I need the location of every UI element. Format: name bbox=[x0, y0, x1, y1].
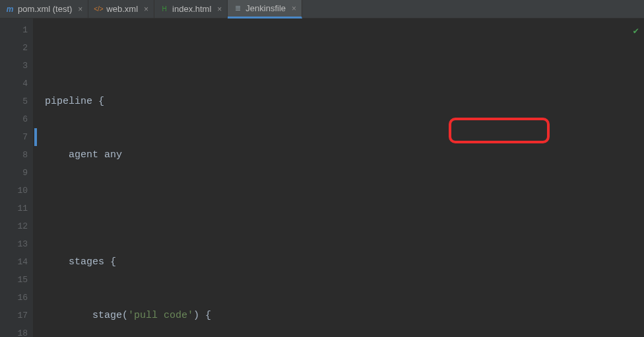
html-icon: H bbox=[160, 5, 169, 14]
tab-bar: m pom.xml (test) × </> web.xml × H index… bbox=[0, 0, 644, 19]
line-number: 13 bbox=[0, 235, 28, 253]
code-line: stage('pull code') { bbox=[45, 307, 644, 324]
line-number: 11 bbox=[0, 200, 28, 217]
tab-pom[interactable]: m pom.xml (test) × bbox=[0, 0, 88, 18]
line-number: 17 bbox=[0, 307, 28, 324]
editor: 1 2 3 4 5 6 7 8 9 10 11 12 13 14 15 16 1… bbox=[0, 19, 644, 337]
line-number: 7 bbox=[0, 128, 28, 146]
code-area[interactable]: ✔ pipeline { agent any stages { stage('p… bbox=[33, 19, 644, 337]
line-number: 18 bbox=[0, 324, 28, 337]
code-line bbox=[45, 200, 644, 217]
code-line: pipeline { bbox=[45, 93, 644, 110]
tab-jenkinsfile[interactable]: ≣ Jenkinsfile × bbox=[228, 0, 302, 19]
line-number: 2 bbox=[0, 39, 28, 57]
line-number: 9 bbox=[0, 164, 28, 182]
line-number: 15 bbox=[0, 271, 28, 289]
check-icon: ✔ bbox=[633, 22, 639, 40]
line-number: 5 bbox=[0, 93, 28, 110]
line-number: 16 bbox=[0, 289, 28, 307]
tab-label: Jenkinsfile bbox=[245, 3, 286, 13]
line-number: 1 bbox=[0, 21, 28, 39]
line-number: 6 bbox=[0, 110, 28, 128]
close-icon[interactable]: × bbox=[292, 4, 296, 13]
tab-label: index.html bbox=[172, 4, 211, 14]
file-icon: ≣ bbox=[233, 4, 242, 13]
line-number: 12 bbox=[0, 217, 28, 235]
tab-label: pom.xml (test) bbox=[18, 4, 72, 14]
gutter: 1 2 3 4 5 6 7 8 9 10 11 12 13 14 15 16 1… bbox=[0, 19, 33, 337]
xml-icon: </> bbox=[94, 5, 103, 14]
line-number: 4 bbox=[0, 75, 28, 93]
line-number: 3 bbox=[0, 57, 28, 75]
line-number: 10 bbox=[0, 182, 28, 200]
tab-webxml[interactable]: </> web.xml × bbox=[88, 0, 154, 18]
maven-icon: m bbox=[5, 5, 15, 14]
close-icon[interactable]: × bbox=[217, 5, 222, 14]
line-number: 8 bbox=[0, 146, 28, 164]
close-icon[interactable]: × bbox=[78, 5, 82, 14]
close-icon[interactable]: × bbox=[144, 5, 148, 14]
tab-index[interactable]: H index.html × bbox=[154, 0, 228, 18]
code-line: stages { bbox=[45, 253, 644, 271]
line-number: 14 bbox=[0, 253, 28, 271]
annotation-box bbox=[449, 118, 550, 143]
tab-label: web.xml bbox=[106, 4, 138, 14]
code-line: agent any bbox=[45, 146, 644, 164]
